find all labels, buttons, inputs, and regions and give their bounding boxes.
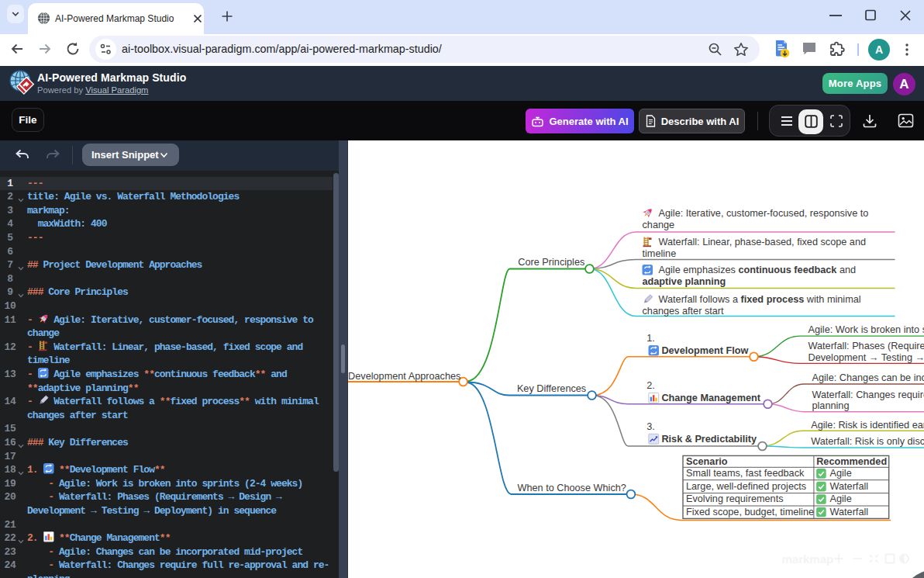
svg-text:Agile: Work is broken into spr: Agile: Work is broken into sprints (2-4 …	[808, 324, 924, 335]
svg-text:planning: planning	[812, 400, 849, 411]
svg-text:Agile: Agile	[829, 468, 851, 479]
svg-text:Large, well-defined projects: Large, well-defined projects	[686, 481, 806, 492]
svg-text:Waterfall: Waterfall	[829, 481, 868, 492]
svg-text:Development → Testing → Deploy: Development → Testing → Deployment) in s…	[808, 352, 924, 363]
svg-text:markmap: markmap	[781, 552, 833, 566]
svg-text:adaptive planning: adaptive planning	[642, 276, 726, 287]
svg-text:change: change	[642, 220, 674, 230]
svg-text:Evolving requirements: Evolving requirements	[686, 493, 784, 504]
svg-text:changes after start: changes after start	[642, 306, 724, 317]
svg-text:2.: 2.	[646, 380, 655, 391]
svg-text:Development Approaches: Development Approaches	[348, 371, 460, 382]
svg-text:Agile emphasizes continuous fe: Agile emphasizes continuous feedback and	[658, 265, 856, 275]
svg-text:Fixed scope, budget, timeline: Fixed scope, budget, timeline	[686, 507, 814, 517]
svg-text:Waterfall: Waterfall	[829, 507, 868, 517]
svg-text:timeline: timeline	[642, 248, 676, 259]
svg-text:Development Flow: Development Flow	[661, 345, 748, 356]
svg-text:Risk & Predictability: Risk & Predictability	[661, 434, 757, 445]
svg-text:Waterfall follows a fixed proc: Waterfall follows a fixed process with m…	[658, 294, 860, 305]
svg-text:Agile: Agile	[829, 493, 851, 504]
svg-text:Waterfall: Changes require ful: Waterfall: Changes require full re-appro…	[812, 389, 924, 400]
svg-text:Agile: Risk is identified earl: Agile: Risk is identified early through …	[811, 420, 924, 431]
svg-text:Waterfall: Phases (Requirement: Waterfall: Phases (Requirements → Design…	[808, 341, 924, 351]
svg-text:Agile: Iterative, customer-foc: Agile: Iterative, customer-focused, resp…	[658, 208, 868, 219]
svg-text:Change Management: Change Management	[661, 393, 760, 403]
svg-text:Small teams, fast feedback: Small teams, fast feedback	[686, 468, 805, 479]
svg-text:1.: 1.	[646, 333, 655, 344]
svg-text:Recommended: Recommended	[816, 456, 887, 467]
svg-text:Scenario: Scenario	[686, 456, 728, 467]
svg-text:Core Principles: Core Principles	[518, 257, 584, 268]
svg-text:Key Differences: Key Differences	[516, 383, 585, 394]
svg-text:Agile: Changes can be incorpor: Agile: Changes can be incorporated mid-p…	[812, 372, 924, 383]
svg-text:3.: 3.	[646, 421, 655, 432]
svg-text:When to Choose Which?: When to Choose Which?	[517, 483, 626, 493]
svg-text:Waterfall: Linear, phase-based: Waterfall: Linear, phase-based, fixed sc…	[658, 237, 866, 247]
svg-text:Waterfall: Risk is only discov: Waterfall: Risk is only discovered late …	[811, 436, 924, 447]
